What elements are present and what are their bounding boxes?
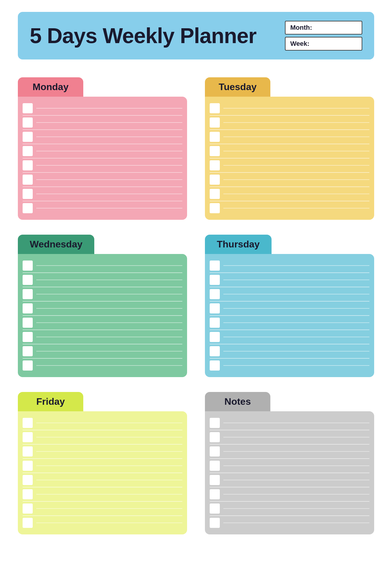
list-item bbox=[210, 502, 369, 516]
list-item bbox=[210, 116, 369, 130]
checkbox[interactable] bbox=[23, 189, 33, 199]
row-line bbox=[223, 423, 369, 423]
tuesday-card: Tuesday bbox=[205, 77, 374, 220]
checkbox[interactable] bbox=[210, 189, 220, 199]
checkbox[interactable] bbox=[23, 432, 33, 442]
checkbox[interactable] bbox=[210, 318, 220, 328]
list-item bbox=[23, 187, 182, 201]
row-line bbox=[223, 179, 369, 180]
row-line bbox=[223, 351, 369, 352]
list-item bbox=[23, 359, 182, 372]
list-item bbox=[210, 359, 369, 372]
checkbox[interactable] bbox=[23, 418, 33, 428]
checkbox[interactable] bbox=[23, 289, 33, 299]
list-item bbox=[23, 487, 182, 502]
list-item bbox=[210, 487, 369, 502]
month-field[interactable]: Month: bbox=[285, 21, 362, 34]
row-line bbox=[36, 465, 182, 466]
list-item bbox=[23, 287, 182, 302]
checkbox[interactable] bbox=[23, 303, 33, 313]
row-line bbox=[36, 365, 182, 366]
friday-tab: Friday bbox=[18, 392, 83, 411]
row-line bbox=[36, 494, 182, 495]
checkbox[interactable] bbox=[210, 275, 220, 285]
checkbox[interactable] bbox=[23, 275, 33, 285]
thursday-body bbox=[205, 254, 374, 377]
checkbox[interactable] bbox=[23, 446, 33, 457]
row-line bbox=[223, 365, 369, 366]
row-line bbox=[223, 465, 369, 466]
list-item bbox=[23, 130, 182, 144]
checkbox[interactable] bbox=[23, 261, 33, 271]
checkbox[interactable] bbox=[23, 360, 33, 371]
list-item bbox=[23, 316, 182, 330]
checkbox[interactable] bbox=[210, 303, 220, 313]
checkbox[interactable] bbox=[210, 146, 220, 156]
notes-tab: Notes bbox=[205, 392, 270, 411]
row-line bbox=[36, 451, 182, 452]
checkbox[interactable] bbox=[23, 318, 33, 328]
checkbox[interactable] bbox=[23, 132, 33, 142]
checkbox[interactable] bbox=[210, 503, 220, 514]
checkbox[interactable] bbox=[23, 332, 33, 342]
list-item bbox=[23, 173, 182, 187]
row-line bbox=[223, 265, 369, 266]
row-line bbox=[36, 294, 182, 294]
list-item bbox=[210, 159, 369, 173]
list-item bbox=[210, 330, 369, 344]
checkbox[interactable] bbox=[23, 117, 33, 128]
wednesday-tab: Wednesday bbox=[18, 235, 94, 254]
row-line bbox=[223, 480, 369, 480]
checkbox[interactable] bbox=[210, 518, 220, 528]
list-item bbox=[23, 144, 182, 159]
checkbox[interactable] bbox=[210, 346, 220, 356]
checkbox[interactable] bbox=[23, 146, 33, 156]
row-line bbox=[36, 480, 182, 480]
notes-body bbox=[205, 411, 374, 534]
checkbox[interactable] bbox=[23, 203, 33, 213]
checkbox[interactable] bbox=[23, 503, 33, 514]
row-line bbox=[36, 523, 182, 523]
checkbox[interactable] bbox=[210, 360, 220, 371]
checkbox[interactable] bbox=[210, 103, 220, 113]
row-line bbox=[36, 337, 182, 337]
checkbox[interactable] bbox=[210, 175, 220, 185]
checkbox[interactable] bbox=[210, 132, 220, 142]
checkbox[interactable] bbox=[23, 175, 33, 185]
row-line bbox=[223, 337, 369, 337]
checkbox[interactable] bbox=[23, 518, 33, 528]
checkbox[interactable] bbox=[23, 346, 33, 356]
checkbox[interactable] bbox=[210, 446, 220, 457]
page-title: 5 Days Weekly Planner bbox=[30, 23, 256, 48]
checkbox[interactable] bbox=[210, 261, 220, 271]
week-field[interactable]: Week: bbox=[285, 37, 362, 51]
list-item bbox=[23, 473, 182, 487]
checkbox[interactable] bbox=[210, 475, 220, 485]
row-line bbox=[36, 137, 182, 137]
list-item bbox=[210, 302, 369, 316]
checkbox[interactable] bbox=[23, 489, 33, 499]
row-line bbox=[223, 165, 369, 166]
list-item bbox=[210, 445, 369, 459]
checkbox[interactable] bbox=[210, 203, 220, 213]
checkbox[interactable] bbox=[23, 160, 33, 170]
checkbox[interactable] bbox=[210, 489, 220, 499]
checkbox[interactable] bbox=[210, 289, 220, 299]
list-item bbox=[210, 516, 369, 530]
monday-body bbox=[18, 97, 187, 220]
row-line bbox=[36, 280, 182, 280]
checkbox[interactable] bbox=[23, 475, 33, 485]
checkbox[interactable] bbox=[210, 432, 220, 442]
checkbox[interactable] bbox=[210, 418, 220, 428]
list-item bbox=[23, 101, 182, 116]
row-line bbox=[36, 208, 182, 208]
checkbox[interactable] bbox=[23, 103, 33, 113]
friday-body bbox=[18, 411, 187, 534]
checkbox[interactable] bbox=[210, 332, 220, 342]
checkbox[interactable] bbox=[210, 160, 220, 170]
row-line bbox=[223, 451, 369, 452]
checkbox[interactable] bbox=[210, 117, 220, 128]
checkbox[interactable] bbox=[210, 461, 220, 471]
list-item bbox=[210, 173, 369, 187]
checkbox[interactable] bbox=[23, 461, 33, 471]
